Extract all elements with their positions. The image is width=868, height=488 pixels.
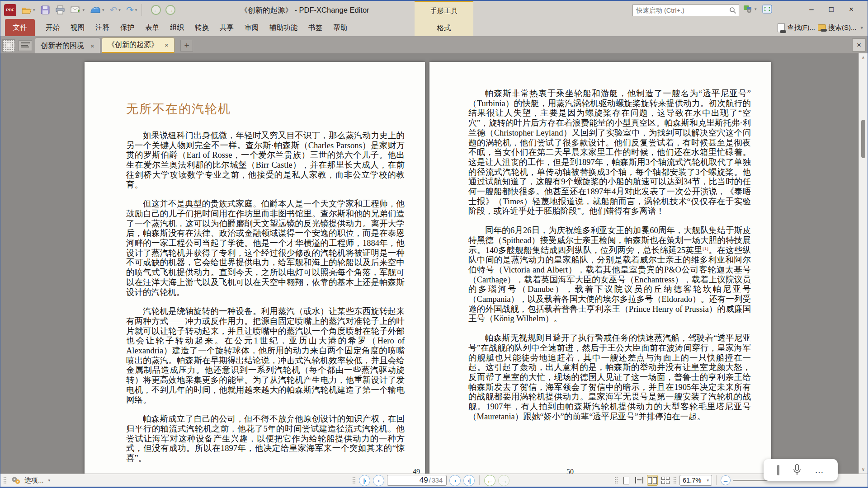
search-icon [729,7,736,14]
tab-format[interactable]: 格式 [415,23,473,33]
ui-options-button[interactable]: ▾ [743,5,757,14]
zoom-value: 61.7% [683,477,701,484]
chevron-down-icon[interactable]: ▾ [118,8,121,12]
menu-accessibility[interactable]: 辅助功能 [264,23,303,33]
find-label: 查找(F)... [787,23,815,32]
tool-launch-button[interactable]: ▾ [90,6,104,14]
multi-page-view-button[interactable] [660,475,671,486]
close-document-button[interactable]: × [852,38,866,52]
page-left[interactable]: 无所不在的汽轮机 如果说纽科门出身低微，年轻时又穷又目不识丁，那么蒸汽动力史上的… [85,62,425,474]
search-button[interactable]: 搜索(S)... [818,23,857,32]
close-button[interactable]: × [841,3,861,16]
chevron-down-icon[interactable]: ▾ [135,8,137,12]
options-label[interactable]: 选项... [24,476,44,485]
paragraph: 但这并不是典型的贵族式家庭。伯爵本人是一个天文学家和工程师，他鼓励自己的儿子们把… [126,199,405,297]
drag-handle[interactable] [3,477,7,484]
two-page-view-button-selected[interactable] [647,475,658,486]
drag-handle[interactable] [352,477,356,484]
page-separator: / [429,477,431,484]
chevron-down-icon[interactable]: ▾ [755,7,757,11]
previous-view-button[interactable]: ← [484,475,495,486]
menu-view[interactable]: 视图 [65,23,90,33]
chevron-down-icon[interactable]: ▾ [860,25,863,30]
footnote-ref[interactable]: [1] [703,245,708,250]
email-icon [71,6,81,14]
menu-comment[interactable]: 注释 [90,23,115,33]
chevron-down-icon[interactable]: ▾ [48,479,51,483]
chevron-down-icon[interactable]: ▾ [102,8,104,12]
page-right[interactable]: 帕森斯非常热衷于乘坐轮船和游艇，他制造了一艘名为“透平尼亚号”（Turbinia… [429,62,771,474]
thumbnails-panel-icon[interactable] [2,39,15,52]
open-button[interactable]: ▾ [22,6,35,14]
undo-button[interactable]: ↶ ▾ [110,5,121,15]
first-page-button[interactable]: |‹ [359,475,370,486]
menu-home[interactable]: 开始 [40,23,65,33]
next-page-button[interactable]: › [449,475,461,486]
last-page-button[interactable]: ›| [463,475,475,486]
tab-close-icon[interactable]: × [90,42,94,50]
minimize-button[interactable]: – [802,3,821,16]
page-navigation-group: |‹ ‹ 49 / 334 › ›| ← → [352,474,509,487]
page-number: 49 [413,468,420,474]
scrollbar-thumb[interactable] [861,120,865,158]
window-border-top [0,0,868,1]
two-page-icon [648,477,657,484]
menu-help[interactable]: 帮助 [328,23,353,33]
redo-button[interactable]: ↷ ▾ [126,5,137,15]
print-button[interactable] [55,5,65,14]
separator [479,475,480,485]
previous-view-button[interactable]: ← [151,5,161,15]
menu-bookmarks[interactable]: 书签 [303,23,328,33]
dictation-popup[interactable]: … [764,459,838,481]
find-search-group: 查找(F)... 搜索(S)... ▾ [778,19,863,36]
tab-document-1[interactable]: 创新者的困境 × [35,38,100,53]
menu-convert[interactable]: 转换 [189,23,214,33]
menu-file[interactable]: 文件 [5,19,35,36]
tab-close-icon[interactable]: × [165,41,169,49]
previous-page-button[interactable]: ‹ [373,475,384,486]
page-left-content: 无所不在的汽轮机 如果说纽科门出身低微，年轻时又穷又目不识丁，那么蒸汽动力史上的… [126,101,405,473]
titlebar-extra-buttons: ▾ [743,5,772,14]
next-view-button[interactable]: → [165,5,175,15]
fullscreen-button[interactable] [762,5,772,14]
vertical-scrollbar[interactable]: ∧ ∨ [859,53,868,474]
microphone-icon[interactable] [793,464,801,476]
total-pages: 334 [432,477,443,484]
fit-width-button[interactable] [634,475,645,486]
maximize-button[interactable]: □ [821,3,841,16]
drag-handle[interactable] [673,477,677,484]
chevron-down-icon[interactable]: ▾ [83,8,85,12]
next-view-button[interactable]: → [498,475,509,486]
quick-launch-input[interactable] [633,7,729,14]
menu-organize[interactable]: 组织 [165,23,189,33]
single-page-view-button[interactable] [621,475,632,486]
menu-form[interactable]: 表单 [140,23,165,33]
quick-launch-box[interactable] [632,5,739,16]
menu-share[interactable]: 共享 [214,23,239,33]
app-logo-icon: PDF [4,4,16,16]
ribbon-context-tab[interactable]: 手形工具 格式 [415,1,473,36]
search-folder-icon [818,24,826,31]
bookmarks-panel-icon[interactable] [19,40,32,51]
menu-review[interactable]: 审阅 [239,23,264,33]
new-tab-button[interactable]: + [180,40,193,52]
zoom-level-select[interactable]: 61.7% ▾ [679,475,712,486]
drag-handle[interactable] [614,477,618,484]
scroll-down-icon[interactable]: ∨ [859,467,868,472]
paragraph: 帕森斯成立了自己的公司，但不得不放弃他原创设计的知识产权，在回归平行的轴流式汽轮… [126,414,405,464]
save-button[interactable] [41,5,50,14]
chevron-down-icon[interactable]: ▾ [33,8,35,12]
more-options-icon[interactable]: … [815,468,824,472]
menu-protect[interactable]: 保护 [115,23,140,33]
paragraph-text: 。在这些纵队中间的是蒸汽动力的皇家船队，分别是载着威尔士亲王的维多利亚和阿尔伯特… [468,246,751,324]
tab-document-2-active[interactable]: 《创新的起源》 × [102,38,175,53]
zoom-out-button[interactable]: – [721,475,731,485]
chapter-heading: 无所不在的汽轮机 [126,101,405,117]
options-gear-icon [10,476,21,485]
scroll-up-icon[interactable]: ∧ [859,55,868,60]
document-area[interactable]: 无所不在的汽轮机 如果说纽科门出身低微，年轻时又穷又目不识丁，那么蒸汽动力史上的… [0,53,868,474]
find-button[interactable]: 查找(F)... [778,23,815,32]
open-folder-icon [22,6,32,14]
email-button[interactable]: ▾ [71,6,85,14]
page-number-input[interactable]: 49 / 334 [387,475,447,486]
